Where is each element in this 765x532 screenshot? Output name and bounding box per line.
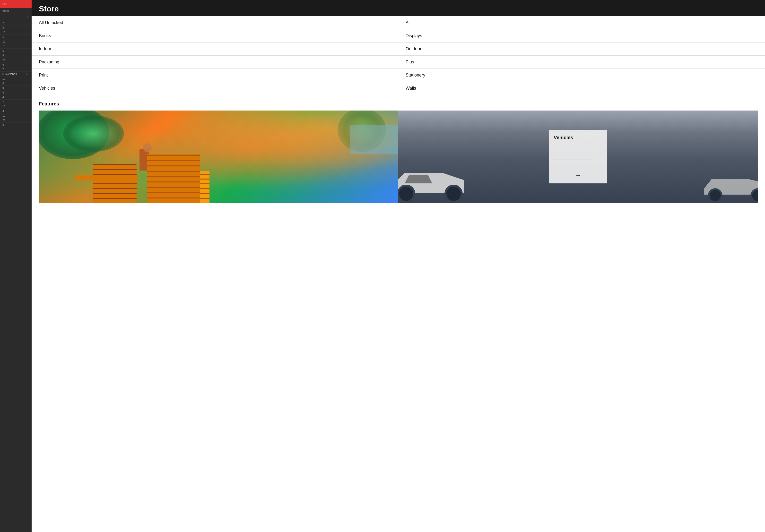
list-item[interactable]: 7 [0,100,32,104]
category-item-outdoor[interactable]: Outdoor [398,43,765,56]
list-item[interactable]: 10 [0,104,32,109]
vehicles-overlay[interactable]: Vehicles → [549,130,607,184]
list-item[interactable]: 21 [0,58,32,62]
category-item-plus[interactable]: Plus [398,56,765,69]
sidebar: ore oads ⋮ 29 9 18 6 17 13 5 8 21 5 7 0 … [0,0,32,532]
features-title: Features [39,101,758,107]
category-item-displays[interactable]: Displays [398,29,765,43]
list-item[interactable]: 17 [0,39,32,44]
sidebar-downloads[interactable]: oads [0,8,32,14]
list-item[interactable]: 8 [0,123,32,127]
category-item-all-unlocked[interactable]: All Unlocked [32,16,398,29]
list-item[interactable]: 4 [0,95,32,100]
sidebar-items: 29 9 18 6 17 13 5 8 21 5 7 [0,21,32,72]
list-item[interactable]: 9 [0,26,32,30]
list-item[interactable]: 5 [0,62,32,67]
category-item-all[interactable]: All [398,16,765,29]
list-item[interactable]: 29 [0,21,32,26]
page-header: Store [32,0,765,16]
category-item-stationery[interactable]: Stationery [398,69,765,82]
list-item[interactable]: 5 [0,49,32,53]
list-item[interactable]: 10 [0,114,32,118]
list-item[interactable]: 8 [0,81,32,86]
sidebar-store[interactable]: ore [0,0,32,8]
list-item[interactable]: 4 [0,109,32,114]
list-item[interactable]: 21 [0,118,32,123]
features-section: Features [32,95,765,207]
page-title: Store [39,4,758,13]
list-item[interactable]: 7 [0,67,32,72]
feature-card-vehicles[interactable]: + + Vehicles → [398,111,758,203]
list-item[interactable]: 6 [0,35,32,39]
category-item-indoor[interactable]: Indoor [32,43,398,56]
list-item[interactable]: 19 [0,77,32,81]
list-item[interactable]: 5 [0,90,32,95]
list-item[interactable]: 18 [0,30,32,35]
list-item[interactable]: 8 [0,53,32,58]
feature-cards: + + Vehicles → [39,111,758,203]
sidebar-sketches[interactable]: 0 Sketches 18 [0,72,32,77]
list-item[interactable]: 13 [0,44,32,49]
feature-card-outdoor[interactable] [39,111,398,203]
vehicles-overlay-title: Vehicles [554,135,602,140]
category-item-packaging[interactable]: Packaging [32,56,398,69]
vehicles-overlay-arrow-button[interactable]: → [554,172,602,179]
category-item-vehicles[interactable]: Vehicles [32,82,398,95]
category-item-books[interactable]: Books [32,29,398,43]
sidebar-items-2: 19 8 93 5 4 7 10 4 10 21 8 [0,77,32,127]
category-item-walls[interactable]: Walls [398,82,765,95]
sidebar-menu-icon[interactable]: ⋮ [0,14,32,21]
outdoor-background [39,111,398,203]
list-item[interactable]: 93 [0,86,32,90]
main-content: Store All Unlocked All Books Displays In… [32,0,765,532]
category-grid: All Unlocked All Books Displays Indoor O… [32,16,765,95]
category-item-print[interactable]: Print [32,69,398,82]
